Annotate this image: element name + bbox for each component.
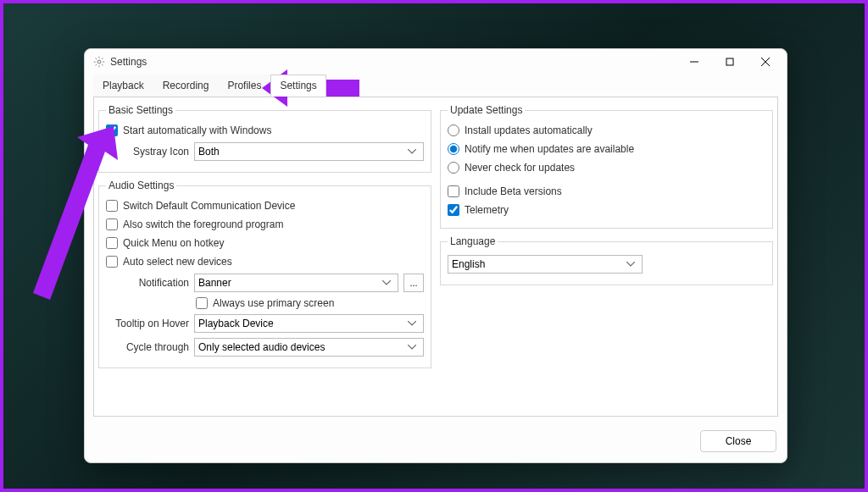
tab-recording[interactable]: Recording [153, 75, 219, 97]
basic-legend: Basic Settings [106, 104, 175, 116]
footer: Close [85, 423, 787, 462]
audio-legend: Audio Settings [106, 180, 176, 191]
basic-settings-group: Basic Settings Start automatically with … [98, 104, 431, 173]
update-opt1-label[interactable]: Install updates automatically [465, 124, 593, 136]
switch-foreground-checkbox[interactable] [106, 218, 118, 230]
beta-label[interactable]: Include Beta versions [465, 185, 562, 197]
titlebar: Settings [85, 49, 787, 75]
update-opt3-radio[interactable] [448, 162, 459, 174]
switch-comm-checkbox[interactable] [106, 200, 118, 212]
tab-playback[interactable]: Playback [93, 75, 153, 97]
minimize-button[interactable] [676, 50, 712, 74]
cycle-select[interactable]: Only selected audio devices [194, 338, 424, 357]
maximize-button[interactable] [712, 50, 748, 74]
cycle-label: Cycle through [113, 341, 189, 353]
update-opt2-radio[interactable] [448, 143, 459, 155]
telemetry-label[interactable]: Telemetry [465, 204, 509, 216]
always-primary-checkbox[interactable] [196, 297, 208, 309]
language-select[interactable]: English [448, 255, 643, 274]
language-group: Language English [440, 235, 773, 285]
audio-settings-group: Audio Settings Switch Default Communicat… [98, 180, 431, 368]
language-legend: Language [448, 235, 498, 247]
svg-point-0 [97, 60, 101, 64]
notification-label: Notification [113, 277, 189, 289]
settings-window: Settings Playback Recording Profiles Set… [84, 48, 787, 463]
tooltip-label: Tooltip on Hover [113, 318, 189, 329]
systray-label: Systray Icon [113, 146, 189, 158]
tab-profiles[interactable]: Profiles [218, 75, 270, 97]
update-opt1-radio[interactable] [448, 124, 459, 136]
auto-select-label[interactable]: Auto select new devices [123, 256, 232, 268]
close-window-button[interactable] [748, 50, 783, 74]
window-title: Settings [110, 56, 147, 68]
update-settings-group: Update Settings Install updates automati… [440, 104, 773, 229]
quick-menu-checkbox[interactable] [106, 237, 118, 249]
systray-select[interactable]: Both [194, 142, 424, 161]
update-opt3-label[interactable]: Never check for updates [465, 162, 575, 174]
update-legend: Update Settings [448, 104, 525, 116]
update-opt2-label[interactable]: Notify me when updates are available [465, 143, 634, 155]
switch-comm-label[interactable]: Switch Default Communication Device [123, 200, 295, 212]
beta-checkbox[interactable] [448, 185, 459, 197]
tab-settings[interactable]: Settings [270, 75, 326, 97]
tab-bar: Playback Recording Profiles Settings [85, 75, 787, 97]
notification-select[interactable]: Banner [194, 274, 398, 292]
tab-content: Basic Settings Start automatically with … [93, 97, 778, 417]
always-primary-label[interactable]: Always use primary screen [213, 297, 334, 309]
svg-rect-2 [726, 58, 733, 65]
telemetry-checkbox[interactable] [448, 204, 459, 216]
close-button[interactable]: Close [700, 430, 776, 452]
quick-menu-label[interactable]: Quick Menu on hotkey [123, 237, 224, 249]
notification-more-button[interactable]: ... [403, 274, 424, 292]
switch-foreground-label[interactable]: Also switch the foreground program [123, 218, 283, 230]
auto-select-checkbox[interactable] [106, 256, 118, 268]
tooltip-select[interactable]: Playback Device [194, 314, 424, 333]
start-auto-label[interactable]: Start automatically with Windows [123, 124, 271, 136]
start-auto-checkbox[interactable] [106, 124, 118, 136]
gear-icon [93, 56, 105, 68]
